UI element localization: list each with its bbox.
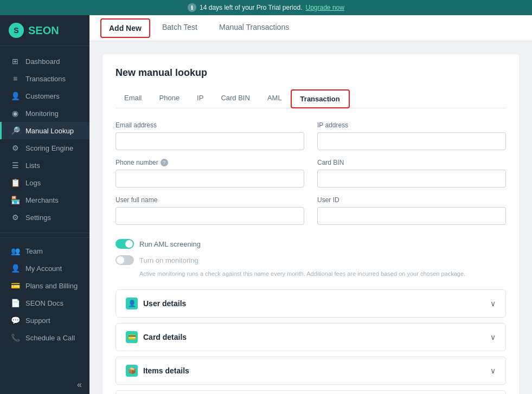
collapse-icon: « [77, 380, 82, 390]
sidebar-item-support[interactable]: 💬 Support [0, 312, 89, 329]
tab-manual-transactions[interactable]: Manual Transactions [209, 15, 299, 41]
input-full-name[interactable] [116, 207, 304, 225]
logo-icon: S [9, 23, 24, 38]
sidebar-label-team: Team [25, 247, 43, 255]
accordion-items-details-header[interactable]: 📦 Items details ∨ [116, 357, 505, 384]
accordion-order-details-header[interactable]: 🔒 Order details ∨ [116, 391, 505, 395]
info-icon: ℹ [188, 3, 196, 12]
accordions: 👤 User details ∨ 💳 Card details [116, 289, 506, 395]
input-email[interactable] [116, 132, 304, 150]
sub-tab-phone[interactable]: Phone [151, 89, 189, 108]
field-phone: Phone number ? [116, 159, 304, 188]
sub-tab-email-label: Email [124, 94, 142, 102]
sidebar-item-monitoring[interactable]: ◉ Monitoring [0, 105, 89, 122]
field-card-bin: Card BIN [317, 159, 506, 188]
my-account-icon: 👤 [10, 264, 20, 273]
sidebar-item-team[interactable]: 👥 Team [0, 242, 89, 260]
sidebar-label-monitoring: Monitoring [25, 109, 59, 118]
items-details-label: Items details [143, 366, 189, 375]
label-card-bin: Card BIN [317, 159, 506, 166]
input-card-bin[interactable] [317, 170, 506, 188]
sub-tab-aml[interactable]: AML [259, 89, 291, 108]
toggles-section: Run AML screening Turn on monitoring Act… [116, 236, 506, 279]
input-user-id[interactable] [317, 207, 506, 225]
sub-tab-ip[interactable]: IP [188, 89, 212, 108]
monitoring-toggle[interactable] [116, 255, 134, 265]
user-details-chevron: ∨ [490, 299, 496, 308]
accordion-card-details: 💳 Card details ∨ [116, 323, 506, 351]
sidebar-item-manual-lookup[interactable]: 🔎 Manual Lookup [0, 122, 89, 139]
user-details-icon: 👤 [126, 298, 138, 309]
field-email: Email address [116, 121, 304, 150]
dashboard-icon: ⊞ [10, 57, 20, 66]
label-ip: IP address [317, 121, 506, 129]
card-details-icon: 💳 [126, 331, 138, 343]
monitoring-description: Active monitoring runs a check against t… [139, 269, 506, 279]
schedule-call-icon: 📞 [10, 333, 20, 342]
sub-tab-transaction[interactable]: Transaction [291, 89, 350, 108]
aml-toggle[interactable] [116, 239, 134, 249]
tab-add-new-label: Add New [109, 24, 142, 33]
sidebar-label-dashboard: Dashboard [25, 57, 60, 66]
field-ip: IP address [317, 121, 506, 150]
phone-help-icon[interactable]: ? [161, 159, 168, 166]
sub-tab-email[interactable]: Email [116, 89, 151, 108]
field-user-id: User ID [317, 196, 506, 225]
tab-batch-test-label: Batch Test [162, 23, 197, 31]
accordion-user-details-header[interactable]: 👤 User details ∨ [116, 290, 505, 317]
sidebar-collapse-button[interactable]: « [0, 376, 89, 394]
sidebar-item-lists[interactable]: ☰ Lists [0, 157, 89, 174]
lists-icon: ☰ [10, 161, 20, 170]
sidebar-main-section: ⊞ Dashboard ≡ Transactions 👤 Customers ◉… [0, 50, 89, 228]
sidebar-label-scoring-engine: Scoring Engine [25, 144, 73, 152]
sidebar-logo: S SEON [0, 15, 89, 46]
input-ip[interactable] [317, 132, 506, 150]
support-icon: 💬 [10, 316, 20, 325]
sidebar-item-schedule-call[interactable]: 📞 Schedule a Call [0, 329, 89, 346]
input-phone[interactable] [116, 170, 304, 188]
accordion-card-details-header[interactable]: 💳 Card details ∨ [116, 324, 505, 351]
sidebar-item-merchants[interactable]: 🏪 Merchants [0, 191, 89, 209]
seon-docs-icon: 📄 [10, 299, 20, 307]
upgrade-link[interactable]: Upgrade now [306, 4, 344, 11]
transactions-icon: ≡ [10, 74, 20, 83]
monitoring-icon: ◉ [10, 109, 20, 118]
sub-tab-transaction-label: Transaction [300, 95, 340, 103]
merchants-icon: 🏪 [10, 196, 20, 204]
sidebar-label-seon-docs: SEON Docs [25, 299, 63, 307]
accordion-user-details: 👤 User details ∨ [116, 289, 506, 318]
sub-tab-ip-label: IP [197, 94, 203, 102]
sidebar-item-plans-billing[interactable]: 💳 Plans and Billing [0, 277, 89, 294]
tab-add-new[interactable]: Add New [100, 18, 150, 38]
accordion-order-details: 🔒 Order details ∨ [116, 390, 506, 395]
sidebar-item-dashboard[interactable]: ⊞ Dashboard [0, 53, 89, 70]
form-fields-grid: Email address IP address Phone number [116, 121, 506, 225]
sidebar-item-customers[interactable]: 👤 Customers [0, 87, 89, 105]
sub-tabs: Email Phone IP Card BIN AML Tr [116, 89, 506, 108]
sub-tab-card-bin[interactable]: Card BIN [212, 89, 258, 108]
sidebar-item-logs[interactable]: 📋 Logs [0, 174, 89, 191]
settings-icon: ⚙ [10, 213, 20, 222]
sidebar-item-settings[interactable]: ⚙ Settings [0, 209, 89, 226]
sidebar-item-seon-docs[interactable]: 📄 SEON Docs [0, 294, 89, 312]
sub-tab-phone-label: Phone [159, 94, 180, 102]
tab-manual-transactions-label: Manual Transactions [219, 23, 289, 31]
tab-batch-test[interactable]: Batch Test [152, 15, 207, 41]
sidebar-label-transactions: Transactions [25, 75, 66, 83]
logs-icon: 📋 [10, 178, 20, 187]
sidebar-item-my-account[interactable]: 👤 My Account [0, 260, 89, 277]
sidebar-label-schedule-call: Schedule a Call [25, 334, 75, 342]
sub-tab-card-bin-label: Card BIN [221, 94, 249, 102]
sidebar-label-lists: Lists [25, 162, 40, 170]
label-email: Email address [116, 121, 304, 129]
lookup-title: New manual lookup [116, 67, 506, 79]
sidebar-label-plans-billing: Plans and Billing [25, 282, 78, 290]
card-details-chevron: ∨ [490, 333, 496, 341]
sidebar-item-transactions[interactable]: ≡ Transactions [0, 70, 89, 87]
main-content: Add New Batch Test Manual Transactions N… [89, 15, 532, 394]
scoring-engine-icon: ⚙ [10, 144, 20, 152]
items-details-chevron: ∨ [490, 366, 496, 375]
page-content: New manual lookup Email Phone IP Card BI… [89, 41, 532, 394]
sidebar-item-scoring-engine[interactable]: ⚙ Scoring Engine [0, 139, 89, 157]
items-details-icon: 📦 [126, 365, 138, 377]
